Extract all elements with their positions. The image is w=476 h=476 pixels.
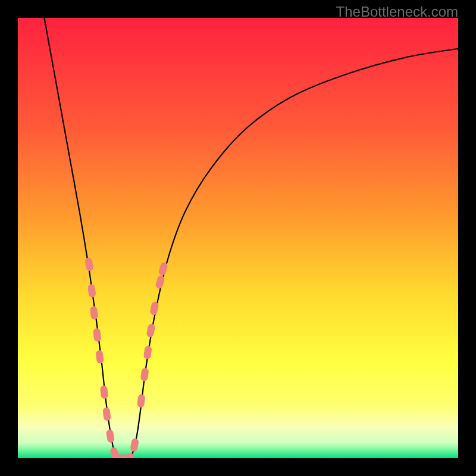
chart-svg [18, 18, 458, 458]
watermark-text: TheBottleneck.com [336, 4, 458, 20]
data-marker [100, 385, 109, 399]
plot-area [18, 18, 458, 458]
data-marker [102, 407, 111, 421]
data-marker [93, 328, 102, 342]
data-marker [143, 346, 152, 360]
data-marker [90, 306, 99, 320]
markers-group [84, 258, 168, 458]
chart-frame: TheBottleneck.com [0, 0, 476, 476]
data-marker [146, 323, 155, 337]
data-marker [130, 438, 139, 452]
data-marker [149, 301, 159, 315]
data-marker [95, 350, 104, 364]
data-marker [87, 284, 96, 298]
data-marker [140, 368, 149, 382]
data-marker [106, 429, 115, 443]
data-marker [137, 394, 146, 408]
data-marker [84, 258, 93, 272]
